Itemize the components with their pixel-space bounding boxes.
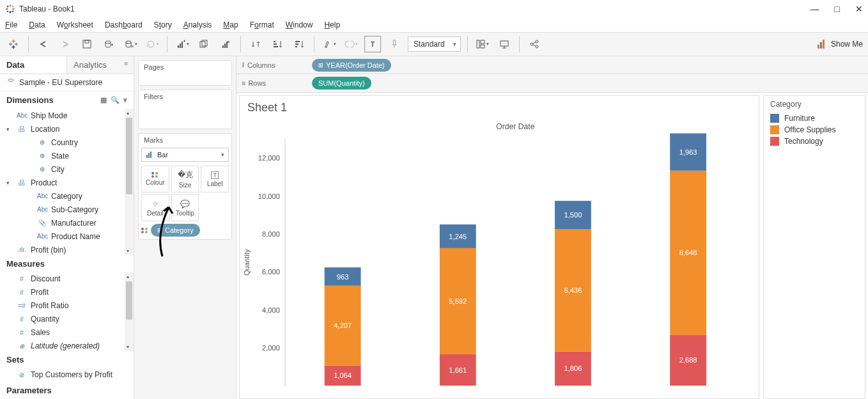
field-product-name[interactable]: AbcProduct Name (0, 230, 134, 243)
columns-pill[interactable]: ⊞YEAR(Order Date) (312, 59, 391, 72)
sort-asc-button[interactable] (269, 36, 286, 52)
chart[interactable]: Order DateQuantity2,0004,0006,0008,00010… (240, 120, 759, 398)
field-category[interactable]: AbcCategory (0, 189, 134, 203)
redo-button[interactable] (57, 36, 74, 52)
menu-file[interactable]: File (5, 20, 17, 29)
scrollbar[interactable]: ▴▾ (125, 272, 134, 351)
svg-rect-30 (148, 153, 150, 158)
field-state[interactable]: ⊕State (0, 149, 134, 162)
menu-story[interactable]: Story (154, 20, 172, 29)
legend-item-technology[interactable]: Technology (770, 136, 858, 147)
svg-rect-18 (477, 40, 479, 48)
refresh-button[interactable]: ▾ (144, 36, 160, 52)
presentation-button[interactable] (496, 36, 513, 52)
field-manufacturer[interactable]: 📎Manufacturer (0, 216, 134, 230)
minimize-button[interactable]: — (810, 4, 819, 14)
pin-button[interactable] (386, 36, 403, 52)
toolbar: ▾ ▾ ▾ ▾ ▾ T Standard ▾ Show Me (0, 32, 868, 56)
tab-analytics[interactable]: Analytics (66, 56, 134, 74)
field-location[interactable]: ▾品Location (0, 122, 134, 136)
show-cards-button[interactable]: ▾ (474, 36, 491, 52)
scroll-down-icon[interactable]: ▾ (127, 248, 129, 254)
close-button[interactable]: ✕ (855, 4, 863, 14)
field-sub-category[interactable]: AbcSub-Category (0, 203, 134, 216)
field-latitude-generated-[interactable]: ⊕Latitude (generated) (0, 340, 134, 351)
field-country[interactable]: ⊕Country (0, 136, 134, 149)
group-button[interactable]: ▾ (343, 36, 359, 52)
sheet-title[interactable]: Sheet 1 (240, 96, 759, 120)
label-button[interactable]: TLabel (201, 166, 229, 192)
field-profit[interactable]: #Profit (0, 286, 134, 299)
filters-card[interactable]: Filters (138, 90, 232, 129)
field-city[interactable]: ⊕City (0, 162, 134, 176)
search-icon[interactable]: 🔍 (111, 96, 120, 104)
label-icon: T (211, 171, 219, 179)
data-panel: Data Analytics Sample - EU Superstore Di… (0, 56, 134, 399)
colour-button[interactable]: Colour (141, 166, 169, 192)
legend-item-office-supplies[interactable]: Office Supplies (770, 124, 858, 136)
sort-desc-button[interactable] (291, 36, 307, 52)
marktype-select[interactable]: Bar (141, 148, 229, 162)
share-button[interactable] (526, 36, 543, 52)
clear-button[interactable] (217, 36, 234, 52)
detail-button[interactable]: ⁘Detail (141, 194, 169, 221)
svg-rect-8 (202, 40, 207, 46)
scrollbar[interactable]: ▴▾ (125, 109, 134, 255)
tab-data[interactable]: Data (0, 56, 66, 74)
cards-column: Pages Filters Marks Bar Colour �克Size TL… (134, 56, 236, 399)
maximize-button[interactable]: □ (835, 4, 840, 14)
field-ship-mode[interactable]: AbcShip Mode (0, 109, 134, 122)
field-quantity[interactable]: #Quantity (0, 313, 134, 326)
fit-select[interactable]: Standard (408, 36, 461, 52)
tooltip-button[interactable]: 💬Tooltip (171, 194, 199, 221)
new-worksheet-button[interactable]: ▾ (174, 36, 190, 52)
field-top-customers-by-profit[interactable]: ⊘Top Customers by Profit (0, 368, 134, 382)
field-profit-ratio[interactable]: =#Profit Ratio (0, 299, 134, 313)
undo-button[interactable] (35, 36, 52, 52)
svg-rect-15 (295, 41, 300, 42)
size-button[interactable]: �克Size (171, 166, 199, 192)
view-icon[interactable]: ▦ (100, 96, 107, 104)
labels-button[interactable]: T (364, 36, 381, 52)
svg-rect-27 (823, 40, 825, 49)
menu-worksheet[interactable]: Worksheet (57, 20, 93, 29)
svg-text:Quantity: Quantity (243, 249, 251, 276)
menu-format[interactable]: Format (250, 20, 274, 29)
menu-data[interactable]: Data (29, 20, 45, 29)
menu-analysis[interactable]: Analysis (183, 20, 212, 29)
svg-text:1,245: 1,245 (449, 232, 467, 240)
svg-rect-16 (295, 43, 298, 45)
field-product[interactable]: ▾品Product (0, 176, 134, 189)
pause-updates-button[interactable]: ▾ (122, 36, 139, 52)
legend-item-furniture[interactable]: Furniture (770, 113, 858, 124)
pages-card[interactable]: Pages (138, 60, 232, 86)
svg-rect-5 (180, 43, 181, 48)
showme-button[interactable]: Show Me (817, 39, 863, 49)
svg-rect-4 (178, 45, 179, 48)
duplicate-button[interactable] (196, 36, 212, 52)
save-button[interactable] (79, 36, 95, 52)
tableau-icon[interactable] (5, 36, 22, 52)
rows-pill[interactable]: SUM(Quantity) (312, 77, 371, 90)
menu-icon[interactable]: ▾ (123, 96, 127, 104)
menu-map[interactable]: Map (223, 20, 238, 29)
svg-rect-9 (222, 45, 224, 48)
swap-button[interactable] (247, 36, 264, 52)
colour-icon (151, 172, 159, 178)
datasource-item[interactable]: Sample - EU Superstore (0, 74, 134, 91)
columns-shelf[interactable]: ⦀Columns ⊞YEAR(Order Date) (236, 56, 868, 74)
columns-icon: ⦀ (242, 61, 245, 69)
field-profit-bin-[interactable]: .ılı.Profit (bin) (0, 243, 134, 255)
svg-text:10,000: 10,000 (258, 192, 280, 199)
field-sales[interactable]: #Sales (0, 326, 134, 340)
menu-help[interactable]: Help (324, 20, 340, 29)
colour-pill-category[interactable]: ⊞Category (151, 224, 200, 237)
highlight-button[interactable]: ▾ (321, 36, 337, 52)
menu-window[interactable]: Window (286, 20, 313, 29)
field-discount[interactable]: #Discount (0, 272, 134, 286)
svg-text:1,500: 1,500 (564, 211, 582, 219)
scroll-up-icon[interactable]: ▴ (127, 110, 129, 116)
rows-shelf[interactable]: ≡Rows SUM(Quantity) (236, 74, 868, 92)
menu-dashboard[interactable]: Dashboard (105, 20, 143, 29)
new-data-button[interactable] (100, 36, 117, 52)
